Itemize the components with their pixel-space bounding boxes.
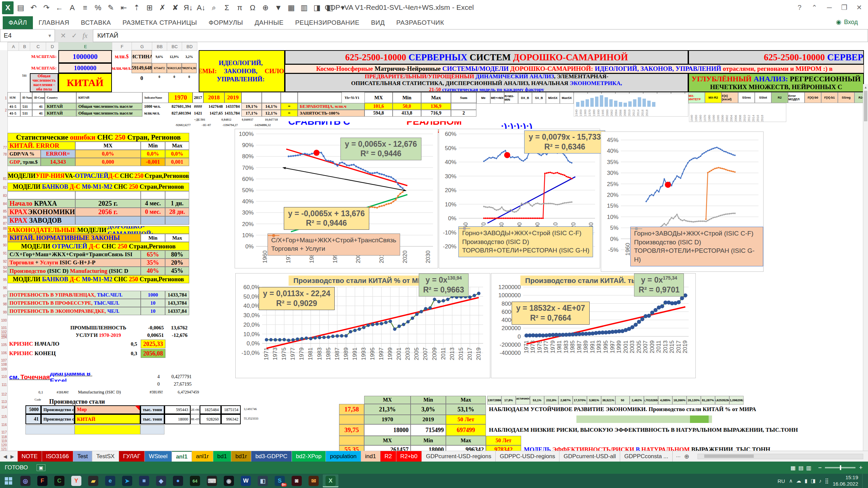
row-header-98[interactable]: 98: [0, 302, 7, 306]
vertical-scrollbar[interactable]: ▲: [863, 84, 868, 488]
sheet-tab-NOTE[interactable]: NOTE: [18, 451, 42, 462]
row-header-114[interactable]: 114: [0, 405, 7, 409]
explorer-icon[interactable]: ▰: [85, 474, 101, 487]
ribbon-tab-формулы[interactable]: ФОРМУЛЫ: [203, 16, 249, 29]
row-header-119[interactable]: 119: [0, 439, 7, 443]
row-header-109[interactable]: 109: [0, 367, 7, 371]
sign-in[interactable]: ◉Вход: [836, 18, 858, 26]
ribbon-tab-разметка страницы[interactable]: РАЗМЕТКА СТРАНИЦЫ: [117, 16, 203, 29]
pi-icon[interactable]: π: [234, 1, 245, 14]
sheet-tab-GDPPCconsta ...[interactable]: GDPPCconsta ...: [620, 451, 672, 462]
th-sum[interactable]: SUM: [7, 92, 20, 103]
insert-cells-icon[interactable]: ⊞: [144, 1, 155, 14]
row-header-91[interactable]: 91: [0, 251, 7, 255]
country-cell[interactable]: КИТАЙ: [58, 73, 112, 92]
battery-icon[interactable]: ▮: [805, 478, 807, 484]
underline-icon[interactable]: A: [66, 1, 78, 14]
th-2018[interactable]: 2018: [203, 92, 224, 103]
ribbon-tab-рецензирование[interactable]: РЕЦЕНЗИРОВАНИЕ: [289, 16, 365, 29]
sheet-tab-ISO3166[interactable]: ISO3166: [42, 451, 73, 462]
row-header-118[interactable]: 118: [0, 435, 7, 439]
sheet-tab-WSteel[interactable]: WSteel: [145, 451, 172, 462]
app-light-icon[interactable]: ◧: [255, 474, 271, 487]
add-sheet-icon[interactable]: ⊕: [684, 453, 689, 460]
sheet-tab-GDPPC-USD-regions[interactable]: GDPPC-USD-regions: [496, 451, 559, 462]
th-idcountry[interactable]: ID-Country: [32, 92, 45, 103]
sheet-tab-anl1[interactable]: anl1: [172, 451, 192, 462]
keyboard-icon[interactable]: ⌨: [204, 474, 220, 487]
delete-cols-icon[interactable]: ✗: [157, 1, 168, 14]
scroll-thumb[interactable]: [864, 91, 867, 121]
delete-rows-icon[interactable]: ✘: [170, 1, 181, 14]
fx-icon[interactable]: fx: [83, 32, 87, 40]
tray-expand-icon[interactable]: ∧: [789, 478, 793, 484]
obs-icon[interactable]: ◙: [289, 474, 304, 487]
ninja-icon[interactable]: ◉: [221, 474, 237, 487]
row-header-111[interactable]: 111: [0, 383, 7, 387]
ribbon-display-icon[interactable]: ⌃: [807, 0, 822, 15]
cloud-icon[interactable]: ☁: [796, 478, 801, 484]
th-mx[interactable]: MX: [364, 92, 393, 103]
font-paint-icon[interactable]: ✎: [105, 1, 117, 14]
cancel-icon[interactable]: ✕: [60, 32, 66, 40]
find-icon[interactable]: ⌕: [208, 1, 220, 14]
row-header-90[interactable]: 90: [0, 243, 7, 247]
ie-icon[interactable]: e: [102, 474, 118, 487]
clock[interactable]: 15:19 16.06.2022: [833, 474, 858, 487]
chrome-icon[interactable]: C: [52, 474, 67, 487]
row-header-99[interactable]: 99: [0, 310, 7, 314]
align-icon[interactable]: ≡: [79, 1, 91, 14]
row-header-93[interactable]: 93: [0, 266, 7, 269]
th-sumcol[interactable]: Sum: [451, 92, 476, 103]
shift-left-icon[interactable]: ⇤: [118, 1, 130, 14]
help-icon[interactable]: ?: [792, 0, 807, 15]
row-header-87[interactable]: 87: [0, 222, 7, 225]
network-icon[interactable]: ⣿: [825, 478, 829, 484]
chart-icon[interactable]: ▥: [298, 1, 310, 14]
zoom-out-icon[interactable]: −: [818, 464, 822, 471]
ribbon-tab-разработчик[interactable]: РАЗРАБОТЧИК: [391, 16, 450, 29]
row-header-2[interactable]: 2: [0, 108, 7, 112]
more-sheets-icon[interactable]: ⋯: [676, 454, 681, 459]
ribbon-tab-файл[interactable]: ФАЙЛ: [3, 16, 33, 29]
omega-icon[interactable]: Ω: [247, 1, 258, 14]
page-layout-icon[interactable]: ▤: [798, 465, 804, 471]
row-header-88[interactable]: 88: [0, 227, 7, 230]
calc-icon[interactable]: ◨: [311, 1, 323, 14]
sheet-tab-population[interactable]: population: [326, 451, 361, 462]
name-box[interactable]: E4▼: [0, 29, 55, 42]
sheet-tab-ГУЛАГ[interactable]: ГУЛАГ: [119, 451, 145, 462]
row-header-104[interactable]: 104: [0, 336, 7, 339]
column-header-E[interactable]: E: [58, 42, 113, 51]
scale-value-1[interactable]: 1000000: [58, 50, 112, 63]
sheet-tab-anl1r[interactable]: anl1r: [192, 451, 213, 462]
tab-scroll-right-icon[interactable]: ▶: [11, 454, 14, 459]
row-header-82[interactable]: 82: [0, 186, 7, 189]
row-header-1[interactable]: 1: [0, 96, 7, 100]
row-header-117[interactable]: 117: [0, 430, 7, 434]
ribbon-tab-главная[interactable]: ГЛАВНАЯ: [33, 16, 75, 29]
sheet-tab-R2+b0[interactable]: R2+b0: [396, 451, 422, 462]
row-header-78[interactable]: 78: [0, 152, 7, 156]
sheet-tab-Test[interactable]: Test: [73, 451, 92, 462]
save-icon[interactable]: ▤: [15, 1, 26, 14]
column-header-F[interactable]: F: [112, 42, 132, 51]
sheet-tab-bd1r[interactable]: bd1r: [231, 451, 251, 462]
app-64-icon[interactable]: 64: [187, 474, 203, 487]
sheet-tab-GDPcurrent-USD-all[interactable]: GDPcurrent-USD-all: [559, 451, 620, 462]
ribbon-tab-вставка[interactable]: ВСТАВКА: [75, 16, 117, 29]
column-header-C[interactable]: C: [30, 42, 46, 51]
row-header-112[interactable]: 112: [0, 392, 7, 396]
enter-icon[interactable]: ✓: [72, 32, 77, 40]
row-header-89[interactable]: 89: [0, 235, 7, 238]
back-icon[interactable]: ←: [54, 1, 65, 14]
telegram-icon[interactable]: ➤: [119, 474, 135, 487]
scatter-chart-link[interactable]: см. Точечная диаграмма в Excel: [7, 373, 106, 382]
th-idname[interactable]: ID Name: [20, 92, 32, 103]
excel-icon[interactable]: X: [323, 474, 338, 487]
th-min[interactable]: Min: [393, 92, 421, 103]
sheet-tab-GDPcurrent-USD-regions[interactable]: GDPcurrent-USD-regions: [422, 451, 496, 462]
sheet-tab-R2[interactable]: R2: [380, 451, 396, 462]
start-button[interactable]: [1, 474, 16, 487]
row-header-110[interactable]: 110: [0, 375, 7, 379]
